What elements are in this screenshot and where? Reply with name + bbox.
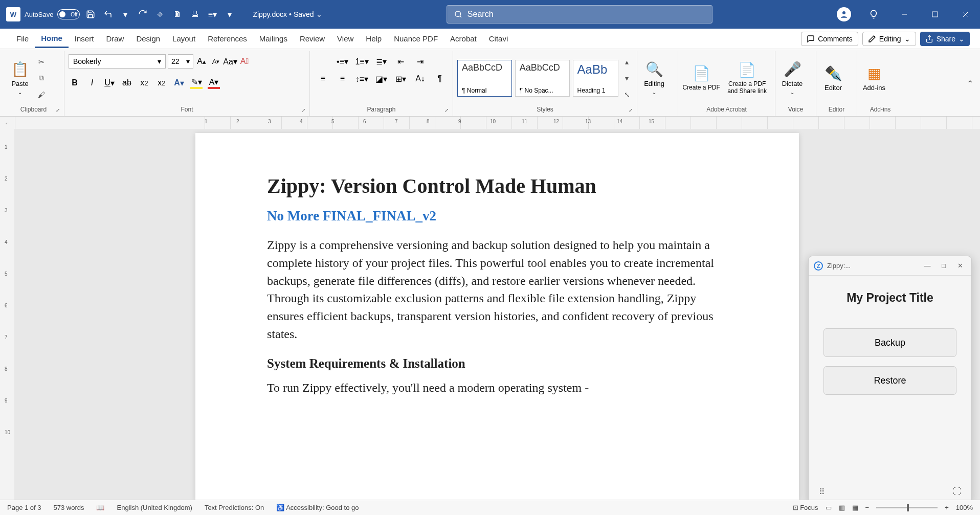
search-input[interactable]: Search: [447, 5, 712, 24]
paste-button[interactable]: 📋 Paste ⌄: [7, 58, 33, 99]
font-name-select[interactable]: Bookerly▾: [69, 54, 166, 69]
status-page[interactable]: Page 1 of 3: [7, 504, 41, 511]
tab-view[interactable]: View: [331, 30, 360, 47]
align-left-button[interactable]: ≡: [317, 73, 329, 85]
editing-mode-button[interactable]: Editing ⌄: [862, 32, 916, 46]
strikethrough-button[interactable]: ab: [121, 77, 133, 89]
zippy-maximize-button[interactable]: □: [938, 262, 950, 270]
text-effects-button[interactable]: A▾: [173, 77, 185, 89]
doc-heading-2[interactable]: No More FINAL_FINAL_v2: [267, 208, 727, 224]
document-page[interactable]: Zippy: Version Control Made Human No Mor…: [195, 133, 799, 500]
editing-button[interactable]: 🔍 Editing ⌄: [641, 58, 667, 99]
backup-button[interactable]: Backup: [823, 328, 956, 357]
document-title[interactable]: Zippy.docx • Saved ⌄: [253, 10, 322, 18]
save-icon[interactable]: [84, 8, 97, 21]
subscript-button[interactable]: x2: [138, 77, 150, 89]
doc-heading-3[interactable]: System Requirements & Installation: [267, 356, 727, 371]
zoom-slider[interactable]: [876, 507, 938, 508]
undo-dropdown-icon[interactable]: ▾: [119, 8, 132, 21]
style-no-spacing[interactable]: AaBbCcD ¶ No Spac...: [515, 60, 570, 97]
grow-font-button[interactable]: A▴: [195, 55, 208, 68]
numbering-button[interactable]: 1≡▾: [356, 55, 368, 68]
align-center-button[interactable]: ≡: [337, 73, 349, 85]
style-normal[interactable]: AaBbCcD ¶ Normal: [457, 60, 512, 97]
tab-citavi[interactable]: Citavi: [483, 30, 515, 47]
qat-btn-7[interactable]: ≡▾: [206, 8, 219, 21]
redo-icon[interactable]: [136, 8, 149, 21]
change-case-button[interactable]: Aa▾: [224, 55, 236, 68]
restore-button[interactable]: Restore: [823, 366, 956, 395]
qat-customize-icon[interactable]: ▾: [223, 8, 236, 21]
underline-button[interactable]: U▾: [103, 77, 116, 89]
create-pdf-share-button[interactable]: 📄 Create a PDF and Share link: [723, 58, 771, 99]
tab-help[interactable]: Help: [360, 30, 388, 47]
addins-button[interactable]: ▦ Add-ins: [861, 58, 887, 99]
font-size-select[interactable]: 22▾: [168, 54, 193, 69]
minimize-button[interactable]: [896, 6, 912, 23]
format-painter-button[interactable]: 🖌: [36, 89, 47, 100]
font-launcher-icon[interactable]: ⤢: [301, 107, 305, 113]
create-pdf-button[interactable]: 📄 Create a PDF: [682, 58, 720, 99]
status-accessibility[interactable]: ♿ Accessibility: Good to go: [276, 504, 359, 511]
ruler-horizontal[interactable]: ⌐ 123456789101112131415: [0, 117, 980, 129]
zoom-in-button[interactable]: +: [945, 504, 949, 511]
zoom-level[interactable]: 100%: [956, 504, 973, 511]
decrease-indent-button[interactable]: ⇤: [395, 55, 407, 68]
cut-button[interactable]: ✂: [36, 56, 47, 68]
increase-indent-button[interactable]: ⇥: [414, 55, 427, 68]
autosave-switch[interactable]: Off: [57, 9, 80, 19]
ruler-vertical[interactable]: 12345678910: [0, 129, 14, 500]
doc-paragraph-2[interactable]: To run Zippy effectively, you'll need a …: [267, 379, 727, 397]
editor-button[interactable]: ✒️ Editor: [820, 58, 846, 99]
clipboard-launcher-icon[interactable]: ⤢: [56, 107, 60, 113]
shrink-font-button[interactable]: A▾: [210, 55, 222, 68]
tab-acrobat[interactable]: Acrobat: [444, 30, 483, 47]
zippy-close-button[interactable]: ✕: [954, 262, 966, 270]
tab-file[interactable]: File: [10, 30, 35, 47]
status-predictions[interactable]: Text Predictions: On: [205, 504, 264, 511]
style-heading1[interactable]: AaBb Heading 1: [573, 60, 618, 97]
shading-button[interactable]: ◪▾: [375, 73, 388, 85]
autosave-toggle[interactable]: AutoSave Off: [25, 9, 80, 19]
tab-layout[interactable]: Layout: [166, 30, 202, 47]
line-spacing-button[interactable]: ↕≡▾: [356, 73, 368, 85]
tab-home[interactable]: Home: [35, 30, 69, 48]
styles-expand-icon[interactable]: ⤡: [621, 89, 633, 100]
status-words[interactable]: 573 words: [54, 504, 84, 511]
tab-insert[interactable]: Insert: [69, 30, 100, 47]
copy-button[interactable]: ⧉: [36, 73, 47, 84]
share-button[interactable]: Share ⌄: [920, 32, 970, 46]
status-spellcheck-icon[interactable]: 📖: [96, 504, 104, 511]
status-language[interactable]: English (United Kingdom): [117, 504, 192, 511]
dictate-button[interactable]: 🎤 Dictate ⌄: [779, 58, 805, 99]
borders-button[interactable]: ⊞▾: [395, 73, 407, 85]
tab-nuance-pdf[interactable]: Nuance PDF: [388, 30, 444, 47]
zoom-out-button[interactable]: −: [865, 504, 870, 511]
maximize-button[interactable]: [927, 6, 943, 23]
web-layout-button[interactable]: ▦: [852, 504, 858, 511]
comments-button[interactable]: Comments: [801, 32, 858, 46]
italic-button[interactable]: I: [86, 77, 98, 89]
styles-launcher-icon[interactable]: ⤢: [629, 107, 633, 113]
drag-handle-icon[interactable]: ⠿: [819, 487, 825, 497]
multilevel-button[interactable]: ≣▾: [375, 55, 388, 68]
show-marks-button[interactable]: ¶: [434, 73, 446, 85]
print-layout-button[interactable]: ▥: [839, 504, 845, 511]
tab-mailings[interactable]: Mailings: [253, 30, 294, 47]
clear-formatting-button[interactable]: A⃠: [238, 55, 251, 68]
account-avatar[interactable]: [837, 7, 851, 21]
paragraph-launcher-icon[interactable]: ⤢: [444, 107, 449, 113]
tab-design[interactable]: Design: [130, 30, 166, 47]
superscript-button[interactable]: x2: [155, 77, 168, 89]
zippy-minimize-button[interactable]: —: [921, 262, 933, 270]
focus-mode-button[interactable]: ⊡ Focus: [793, 504, 818, 511]
highlight-button[interactable]: ✎▾: [190, 77, 203, 89]
sort-button[interactable]: A↓: [414, 73, 427, 85]
qat-btn-4[interactable]: ⎆: [153, 8, 167, 21]
bold-button[interactable]: B: [69, 77, 81, 89]
doc-heading-1[interactable]: Zippy: Version Control Made Human: [267, 174, 727, 198]
collapse-ribbon-button[interactable]: ⌃: [963, 51, 977, 116]
qat-btn-5[interactable]: 🗎: [171, 8, 184, 21]
font-color-button[interactable]: A▾: [208, 77, 220, 89]
scroll-up-icon[interactable]: ▴: [621, 56, 633, 68]
